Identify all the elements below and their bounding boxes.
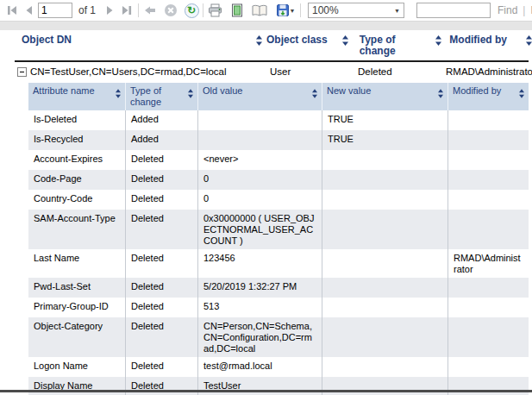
find-input[interactable] bbox=[416, 3, 491, 18]
first-page-button[interactable] bbox=[3, 2, 21, 19]
report-body: Object DN Object class Type of change Mo… bbox=[0, 30, 532, 395]
cell-new bbox=[322, 210, 448, 249]
cell-old: 123456 bbox=[197, 249, 322, 278]
column-header-old-value[interactable]: Old value bbox=[197, 83, 322, 110]
cell-modified-by bbox=[448, 150, 529, 170]
sort-icon[interactable] bbox=[256, 35, 262, 46]
column-header-object-dn[interactable]: Object DN bbox=[22, 34, 262, 46]
cell-modified-by bbox=[448, 130, 529, 150]
sort-icon[interactable] bbox=[312, 89, 317, 98]
column-header-label: Modified by bbox=[449, 34, 507, 46]
column-header-type-of-change[interactable]: Type of change bbox=[125, 83, 197, 110]
table-row: Code-PageDeleted0 bbox=[28, 170, 529, 190]
page-number-input[interactable] bbox=[38, 3, 72, 18]
find-button[interactable]: Find bbox=[498, 4, 517, 16]
cell-new bbox=[322, 317, 448, 357]
cell-attribute: Pwd-Last-Set bbox=[28, 278, 125, 298]
last-page-icon bbox=[120, 3, 134, 17]
cell-change: Deleted bbox=[125, 298, 197, 317]
cell-change: Deleted bbox=[125, 210, 197, 249]
toolbar-separator bbox=[138, 3, 139, 17]
cell-new bbox=[322, 150, 448, 170]
stop-icon bbox=[164, 3, 178, 17]
object-dn-value: CN=TestUser,CN=Users,DC=rmad,DC=local bbox=[30, 66, 270, 78]
cell-old: 0 bbox=[197, 170, 322, 190]
sort-icon[interactable] bbox=[188, 89, 193, 98]
object-row: CN=TestUser,CN=Users,DC=rmad,DC=local Us… bbox=[0, 62, 532, 81]
table-row: Is-RecycledAddedTRUE bbox=[28, 130, 529, 150]
page-bottom-edge bbox=[0, 390, 532, 392]
sort-icon[interactable] bbox=[342, 35, 348, 46]
zoom-select[interactable]: 100% ▼ bbox=[308, 3, 404, 18]
object-class-value: User bbox=[270, 66, 358, 78]
cell-change: Deleted bbox=[125, 170, 197, 190]
cell-modified-by bbox=[448, 210, 529, 249]
attribute-table: Attribute name Type of change Old value … bbox=[28, 83, 529, 395]
cell-modified-by bbox=[448, 357, 529, 377]
print-button[interactable] bbox=[206, 2, 223, 19]
sort-icon[interactable] bbox=[435, 35, 441, 46]
cell-attribute: Object-Category bbox=[28, 317, 125, 357]
cell-old bbox=[197, 110, 322, 130]
cell-change: Added bbox=[125, 110, 197, 130]
sort-icon[interactable] bbox=[526, 35, 532, 46]
cell-new bbox=[322, 190, 448, 210]
cell-new bbox=[322, 298, 448, 317]
next-page-icon bbox=[103, 3, 116, 17]
collapse-toggle[interactable] bbox=[17, 67, 27, 77]
sort-icon[interactable] bbox=[116, 89, 121, 98]
column-header-modified-by[interactable]: Modified by bbox=[449, 34, 532, 46]
first-page-icon bbox=[5, 3, 19, 17]
sort-icon[interactable] bbox=[519, 89, 524, 98]
toolbar-separator bbox=[300, 3, 301, 17]
table-row: Logon NameDeletedtest@rmad.local bbox=[28, 357, 529, 377]
column-header-attribute-name[interactable]: Attribute name bbox=[28, 83, 125, 110]
page-margin-strip bbox=[0, 22, 532, 30]
last-page-button[interactable] bbox=[118, 2, 135, 19]
report-viewer-window: of 1 ↻ ▼ 100% bbox=[0, 0, 532, 395]
refresh-icon: ↻ bbox=[185, 3, 199, 18]
column-header-label: New value bbox=[327, 85, 371, 97]
next-page-button[interactable] bbox=[101, 2, 118, 19]
stop-button[interactable] bbox=[162, 2, 179, 19]
report-toolbar: of 1 ↻ ▼ 100% bbox=[0, 0, 532, 22]
modified-by-value: RMAD\Administrator bbox=[446, 66, 532, 78]
previous-page-icon bbox=[22, 3, 36, 17]
sort-icon[interactable] bbox=[438, 89, 443, 98]
cell-old: CN=Person,CN=Schema,CN=Configuration,DC=… bbox=[197, 317, 322, 357]
table-row: Country-CodeDeleted0 bbox=[28, 190, 529, 210]
back-button[interactable] bbox=[141, 2, 159, 19]
column-header-new-value[interactable]: New value bbox=[322, 83, 448, 110]
table-row: Is-DeletedAddedTRUE bbox=[28, 110, 529, 130]
cell-attribute: Code-Page bbox=[28, 170, 125, 190]
column-header-label: Type of change bbox=[130, 85, 185, 108]
previous-page-button[interactable] bbox=[21, 2, 38, 19]
column-header-label: Object DN bbox=[22, 34, 72, 46]
cell-new bbox=[322, 278, 448, 298]
column-header-object-class[interactable]: Object class bbox=[266, 34, 348, 46]
back-arrow-icon bbox=[143, 3, 157, 17]
cell-change: Deleted bbox=[125, 249, 197, 278]
page-setup-button[interactable] bbox=[251, 2, 268, 19]
cell-modified-by bbox=[448, 170, 529, 190]
attribute-table-header: Attribute name Type of change Old value … bbox=[28, 83, 529, 110]
zoom-dropdown-caret-icon: ▼ bbox=[394, 8, 400, 14]
cell-old: test@rmad.local bbox=[197, 357, 322, 377]
cell-attribute: Country-Code bbox=[28, 190, 125, 210]
cell-new bbox=[322, 357, 448, 377]
page-count-label: of 1 bbox=[78, 4, 101, 16]
export-button[interactable]: ▼ bbox=[273, 2, 297, 19]
print-layout-button[interactable] bbox=[228, 2, 246, 19]
refresh-button[interactable]: ↻ bbox=[183, 2, 200, 19]
table-row: Account-ExpiresDeleted<never> bbox=[28, 150, 529, 170]
cell-attribute: Last Name bbox=[28, 249, 125, 278]
cell-attribute: Is-Recycled bbox=[28, 130, 125, 150]
attribute-table-rows: Is-DeletedAddedTRUEIs-RecycledAddedTRUEA… bbox=[28, 110, 529, 395]
print-layout-icon bbox=[230, 3, 244, 17]
cell-change: Deleted bbox=[125, 278, 197, 298]
cell-old: 513 bbox=[197, 298, 322, 317]
column-header-modified-by[interactable]: Modified by bbox=[448, 83, 529, 110]
table-row: Pwd-Last-SetDeleted5/20/2019 1:32:27 PM bbox=[28, 278, 529, 298]
cell-attribute: Primary-Group-ID bbox=[28, 298, 125, 317]
column-header-type-of-change[interactable]: Type of change bbox=[360, 34, 442, 57]
